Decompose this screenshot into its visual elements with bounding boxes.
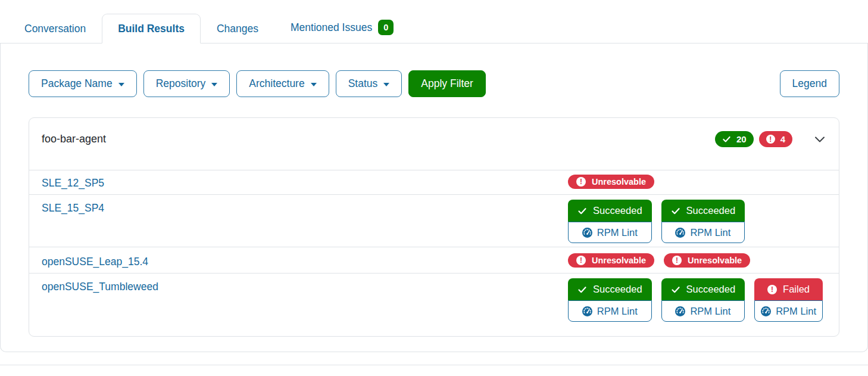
repository-link[interactable]: openSUSE_Leap_15.4 [42,253,568,269]
rpm-lint-label: RPM Lint [597,227,638,238]
tachometer-icon [675,228,685,238]
build-result-group: Succeeded RPM Lint [568,278,652,322]
status-label: Unresolvable [592,177,646,187]
caret-down-icon [383,83,389,86]
exclamation-circle-icon [576,177,586,187]
tab-mentioned-issues[interactable]: Mentioned Issues 0 [274,11,410,43]
header-summary: 20 4 [715,131,828,147]
package-name-filter-label: Package Name [41,79,113,89]
rpm-lint-button[interactable]: RPM Lint [568,222,652,243]
tab-mentioned-issues-label: Mentioned Issues [291,21,372,34]
tachometer-icon [761,306,771,316]
legend-button[interactable]: Legend [780,70,839,97]
status-succeeded-link[interactable]: Succeeded [568,278,652,300]
status-label: Succeeded [593,284,642,295]
apply-filter-button[interactable]: Apply Filter [408,70,486,97]
mentioned-issues-count-badge: 0 [378,20,394,35]
rpm-lint-button[interactable]: RPM Lint [661,222,745,243]
check-icon [577,285,587,294]
package-name-filter-dropdown[interactable]: Package Name [29,70,137,97]
tachometer-icon [582,306,592,316]
rpm-lint-label: RPM Lint [597,306,638,317]
repository-filter-label: Repository [156,79,206,89]
build-result-group: Failed RPM Lint [754,278,823,322]
exclamation-circle-icon [672,256,682,265]
check-icon [671,206,680,216]
failed-count-badge: 4 [759,131,792,147]
repository-filter-dropdown[interactable]: Repository [143,70,230,97]
status-badge-unresolvable[interactable]: Unresolvable [664,253,750,268]
caret-down-icon [311,83,317,86]
build-result-group: Succeeded RPM Lint [661,200,745,243]
card-header: foo-bar-agent 20 4 [29,118,839,170]
status-badge-unresolvable[interactable]: Unresolvable [568,253,654,268]
check-icon [577,206,587,216]
table-row: SLE_15_SP4 Succeeded RPM Lint Succee [29,194,839,247]
status-label: Failed [783,284,810,295]
filter-toolbar: Package Name Repository Architecture Sta… [29,70,839,97]
repository-link[interactable]: SLE_12_SP5 [42,175,568,190]
architecture-filter-label: Architecture [249,79,304,89]
tachometer-icon [675,306,685,316]
status-label: Unresolvable [688,256,742,265]
check-icon [722,135,731,144]
status-succeeded-link[interactable]: Succeeded [661,200,745,222]
tab-conversation[interactable]: Conversation [8,14,102,43]
status-filter-dropdown[interactable]: Status [336,70,402,97]
row-results: Unresolvable [568,175,830,189]
tab-build-results[interactable]: Build Results [102,14,201,43]
build-result-group: Succeeded RPM Lint [568,200,652,243]
table-row: openSUSE_Tumbleweed Succeeded RPM Lint [29,273,839,336]
status-failed-link[interactable]: Failed [754,278,823,300]
build-result-group: Succeeded RPM Lint [661,278,745,322]
package-build-results-card: foo-bar-agent 20 4 SLE_12_SP5 [29,117,839,337]
bottom-divider [0,365,868,365]
tachometer-icon [582,228,592,238]
row-results: Succeeded RPM Lint Succeeded RPM Lint [568,278,830,322]
rpm-lint-button[interactable]: RPM Lint [661,300,745,322]
status-succeeded-link[interactable]: Succeeded [568,200,652,222]
succeeded-count: 20 [736,133,747,145]
tab-bar: Conversation Build Results Changes Menti… [0,0,868,43]
failed-count: 4 [780,133,785,145]
repository-link[interactable]: openSUSE_Tumbleweed [42,278,568,294]
caret-down-icon [211,83,217,86]
caret-down-icon [118,83,124,86]
build-results-panel: Package Name Repository Architecture Sta… [0,43,868,352]
package-name: foo-bar-agent [42,131,106,147]
exclamation-circle-icon [767,285,777,294]
row-results: Succeeded RPM Lint Succeeded RPM Lint [568,200,830,243]
chevron-down-icon[interactable] [812,132,828,147]
table-row: SLE_12_SP5 Unresolvable [29,170,839,194]
rpm-lint-button[interactable]: RPM Lint [568,300,652,322]
status-label: Unresolvable [592,256,646,265]
architecture-filter-dropdown[interactable]: Architecture [236,70,329,97]
status-badge-unresolvable[interactable]: Unresolvable [568,175,654,189]
rpm-lint-button[interactable]: RPM Lint [754,300,823,322]
table-row: openSUSE_Leap_15.4 Unresolvable Unresolv… [29,247,839,273]
rpm-lint-label: RPM Lint [690,306,730,317]
status-label: Succeeded [593,205,642,216]
status-succeeded-link[interactable]: Succeeded [661,278,745,300]
status-label: Succeeded [686,284,736,295]
exclamation-circle-icon [766,135,775,144]
row-results: Unresolvable Unresolvable [568,253,830,268]
tab-changes[interactable]: Changes [201,14,274,43]
rpm-lint-label: RPM Lint [690,227,730,238]
status-filter-label: Status [348,79,378,89]
succeeded-count-badge: 20 [715,131,754,147]
rpm-lint-label: RPM Lint [776,306,816,317]
check-icon [671,285,680,294]
status-label: Succeeded [686,205,736,216]
exclamation-circle-icon [576,256,586,265]
repository-link[interactable]: SLE_15_SP4 [42,200,568,215]
